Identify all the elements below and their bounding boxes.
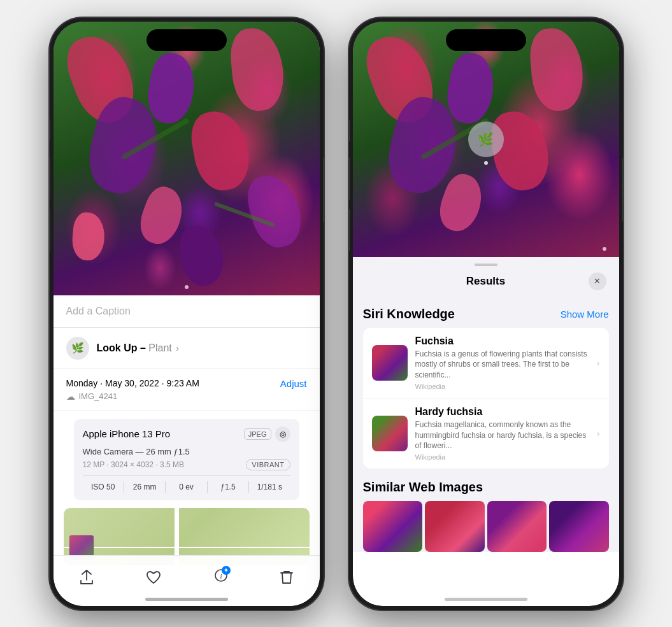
caption-placeholder: Add a Caption — [66, 306, 131, 316]
power-button[interactable] — [323, 158, 324, 222]
meta-section: Monday · May 30, 2022 · 9:23 AM Adjust ☁… — [54, 369, 320, 411]
hardy-info: Hardy fuchsia Fuchsia magellanica, commo… — [415, 406, 589, 461]
chevron-right-icon: › — [597, 358, 600, 368]
delete-button[interactable] — [280, 570, 293, 585]
location-icon: ◎ — [275, 426, 290, 442]
camera-spec: Wide Camera — 26 mm ƒ1.5 — [83, 447, 290, 456]
mute-button[interactable] — [50, 120, 50, 141]
results-panel: Results ✕ Siri Knowledge Show More — [353, 257, 619, 553]
style-badge: VIBRANT — [246, 459, 290, 470]
filename: IMG_4241 — [79, 391, 118, 401]
photo-area[interactable] — [54, 22, 320, 295]
fuchsia-name: Fuchsia — [415, 335, 589, 347]
close-button[interactable]: ✕ — [589, 272, 606, 290]
lookup-label: Look Up – Plant › — [97, 342, 179, 354]
home-indicator — [445, 598, 527, 601]
favorite-button[interactable] — [146, 570, 161, 584]
hardy-description: Fuchsia magellanica, commonly known as t… — [415, 419, 589, 451]
svg-text:i: i — [220, 572, 222, 580]
info-badge: ✦ — [222, 566, 231, 575]
results-title: Results — [383, 275, 589, 288]
right-screen: 🌿 Results ✕ Siri Knowledge — [353, 22, 619, 606]
mp-text: 12 MP · 3024 × 4032 · 3.5 MB — [83, 460, 185, 469]
fuchsia-info: Fuchsia Fuchsia is a genus of flowering … — [415, 335, 589, 390]
mute-button[interactable] — [349, 120, 350, 141]
siri-knowledge-header: Siri Knowledge Show More — [363, 298, 609, 328]
hardy-name: Hardy fuchsia — [415, 406, 589, 418]
exif-iso: ISO 50 — [83, 481, 124, 493]
similar-image-1[interactable] — [363, 501, 423, 552]
device-name: Apple iPhone 13 Pro — [83, 428, 171, 439]
exif-focal: 26 mm — [124, 481, 166, 493]
right-phone: 🌿 Results ✕ Siri Knowledge — [349, 18, 623, 610]
fuchsia-source: Wikipedia — [415, 383, 589, 390]
device-section: Apple iPhone 13 Pro JPEG ◎ Wide Camera —… — [74, 419, 299, 500]
volume-down-button[interactable] — [349, 209, 350, 251]
fuchsia-thumbnail — [372, 345, 408, 381]
results-content[interactable]: Siri Knowledge Show More Fuchsia — [353, 298, 619, 553]
format-badge: JPEG — [244, 428, 271, 440]
camera-notch — [446, 29, 526, 51]
home-indicator — [145, 598, 228, 601]
siri-knowledge-title: Siri Knowledge — [363, 307, 455, 321]
camera-notch — [147, 29, 227, 51]
volume-up-button[interactable] — [349, 158, 350, 200]
share-button[interactable] — [80, 570, 94, 585]
lookup-row[interactable]: 🌿 Look Up – Plant › — [54, 328, 320, 369]
visual-lookup-button[interactable]: 🌿 — [468, 122, 504, 157]
results-header: Results ✕ — [353, 266, 619, 298]
knowledge-card: Fuchsia Fuchsia is a genus of flowering … — [363, 328, 609, 469]
exif-row: ISO 50 26 mm 0 ev ƒ1.5 1/181 s — [83, 476, 290, 493]
hardy-thumbnail — [372, 416, 408, 451]
caption-area[interactable]: Add a Caption — [54, 295, 320, 328]
visual-lookup-indicator — [484, 161, 488, 165]
left-phone: Add a Caption 🌿 Look Up – Plant › Monday — [50, 18, 324, 610]
chevron-right-icon: › — [597, 428, 600, 439]
knowledge-item-hardy[interactable]: Hardy fuchsia Fuchsia magellanica, commo… — [363, 398, 609, 468]
volume-down-button[interactable] — [50, 209, 50, 251]
show-more-button[interactable]: Show More — [561, 309, 609, 320]
similar-images-grid — [363, 501, 609, 552]
knowledge-item-fuchsia[interactable]: Fuchsia Fuchsia is a genus of flowering … — [363, 328, 609, 398]
similar-web-section: Similar Web Images — [363, 470, 609, 552]
cloud-icon: ☁ — [66, 391, 75, 402]
left-screen: Add a Caption 🌿 Look Up – Plant › Monday — [54, 22, 320, 606]
visual-lookup-icon: 🌿 — [478, 132, 494, 147]
power-button[interactable] — [622, 158, 623, 222]
exif-aperture: ƒ1.5 — [208, 481, 249, 493]
adjust-button[interactable]: Adjust — [280, 378, 307, 389]
lookup-chevron-icon: › — [176, 343, 179, 353]
hardy-source: Wikipedia — [415, 453, 589, 461]
similar-image-4[interactable] — [549, 501, 609, 552]
exif-shutter: 1/181 s — [249, 481, 290, 493]
lookup-icon: 🌿 — [66, 337, 89, 360]
volume-up-button[interactable] — [50, 158, 50, 200]
exif-ev: 0 ev — [166, 481, 207, 493]
fuchsia-description: Fuchsia is a genus of flowering plants t… — [415, 349, 589, 381]
plant-icon: 🌿 — [71, 342, 84, 354]
right-photo-area[interactable]: 🌿 — [353, 22, 619, 257]
similar-web-title: Similar Web Images — [363, 480, 609, 495]
similar-image-2[interactable] — [425, 501, 485, 552]
photo-date: Monday · May 30, 2022 · 9:23 AM — [66, 378, 199, 388]
info-button[interactable]: i ✦ — [214, 568, 228, 586]
similar-image-3[interactable] — [487, 501, 547, 552]
